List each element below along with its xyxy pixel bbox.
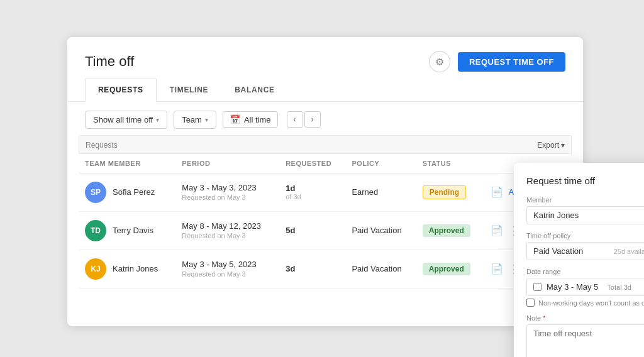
member-name: Terry Davis bbox=[113, 226, 153, 235]
policy-field-group: Time off policy Paid Vacation 25d availa… bbox=[526, 232, 644, 260]
document-icon[interactable]: 📄 bbox=[491, 186, 503, 198]
table-section-label: Requests bbox=[86, 141, 118, 150]
period-cell: May 3 - May 5, 2023 Requested on May 3 bbox=[175, 250, 279, 288]
note-textarea[interactable] bbox=[526, 324, 644, 357]
period-sub: Requested on May 3 bbox=[182, 270, 273, 278]
requested-main: 1d bbox=[286, 184, 339, 193]
member-cell: SP Sofia Perez bbox=[79, 173, 175, 211]
chevron-down-icon: ▾ bbox=[205, 116, 208, 123]
policy-select[interactable]: Paid Vacation 25d available ▾ bbox=[526, 242, 644, 260]
gear-button[interactable]: ⚙ bbox=[429, 51, 450, 72]
tab-balance[interactable]: BALANCE bbox=[221, 79, 288, 101]
col-status: STATUS bbox=[416, 154, 485, 173]
request-time-off-button[interactable]: REQUEST TIME OFF bbox=[458, 52, 565, 72]
date-filter-label: All time bbox=[244, 115, 271, 124]
status-cell: Approved bbox=[416, 211, 485, 250]
chevron-down-icon: ▾ bbox=[156, 116, 159, 123]
date-next-button[interactable]: › bbox=[304, 111, 321, 128]
note-label: Note * bbox=[526, 314, 644, 322]
member-label: Member bbox=[526, 196, 644, 204]
period-sub: Requested on May 3 bbox=[182, 194, 273, 201]
nonworking-checkbox-row: Non-working days won't count as days off bbox=[526, 299, 644, 307]
table-section: Requests Export ▾ TEAM MEMBER PERIOD REQ… bbox=[67, 135, 583, 295]
required-indicator: * bbox=[543, 314, 545, 322]
filters-bar: Show all time off ▾ Team ▾ 📅 All time ‹ … bbox=[67, 102, 583, 135]
status-cell: Pending bbox=[416, 173, 485, 211]
member-select[interactable]: Katrin Jones ▾ bbox=[526, 206, 644, 224]
team-filter-button[interactable]: Team ▾ bbox=[174, 111, 216, 129]
policy-cell: Earned bbox=[345, 173, 416, 211]
table-header-bar: Requests Export ▾ bbox=[79, 135, 572, 154]
status-badge: Approved bbox=[423, 224, 470, 237]
period-sub: Requested on May 3 bbox=[182, 232, 273, 239]
requested-cell: 5d bbox=[279, 211, 345, 250]
policy-cell: Paid Vacation bbox=[345, 250, 416, 288]
requested-cell: 1d of 3d bbox=[279, 173, 345, 211]
policy-label: Time off policy bbox=[526, 232, 644, 239]
document-icon[interactable]: 📄 bbox=[491, 224, 503, 236]
date-prev-button[interactable]: ‹ bbox=[287, 111, 303, 128]
member-cell: KJ Katrin Jones bbox=[79, 250, 175, 288]
member-cell: TD Terry Davis bbox=[79, 211, 175, 250]
page-title: Time off bbox=[85, 53, 134, 70]
date-filter: 📅 All time bbox=[223, 111, 278, 128]
table-row: KJ Katrin Jones May 3 - May 5, 2023 Requ… bbox=[79, 250, 572, 288]
period-main: May 8 - May 12, 2023 bbox=[182, 221, 273, 231]
member-name: Sofia Perez bbox=[113, 187, 155, 197]
requested-sub: of 3d bbox=[286, 193, 339, 200]
col-policy: POLICY bbox=[345, 154, 416, 173]
status-badge: Approved bbox=[423, 263, 470, 275]
col-team-member: TEAM MEMBER bbox=[79, 154, 175, 173]
avatar: TD bbox=[85, 220, 106, 241]
period-main: May 3 - May 5, 2023 bbox=[182, 260, 273, 269]
member-value: Katrin Jones bbox=[533, 211, 579, 220]
gear-icon: ⚙ bbox=[435, 56, 444, 68]
date-range-value: May 3 - May 5 bbox=[547, 282, 598, 292]
table-row: TD Terry Davis May 8 - May 12, 2023 Requ… bbox=[79, 211, 572, 250]
export-button[interactable]: Export ▾ bbox=[537, 141, 565, 150]
table-row: SP Sofia Perez May 3 - May 3, 2023 Reque… bbox=[79, 173, 572, 211]
period-cell: May 3 - May 3, 2023 Requested on May 3 bbox=[175, 173, 279, 211]
member-name: Katrin Jones bbox=[113, 264, 158, 273]
team-filter-label: Team bbox=[182, 115, 202, 124]
status-badge: Pending bbox=[423, 185, 466, 199]
status-cell: Approved bbox=[416, 250, 485, 288]
requested-main: 3d bbox=[286, 264, 339, 273]
requested-main: 5d bbox=[286, 226, 339, 235]
date-range-field-group: Date range May 3 - May 5 Total 3d Non-wo… bbox=[526, 268, 644, 307]
nonworking-label: Non-working days won't count as days off bbox=[538, 299, 644, 307]
header-actions: ⚙ REQUEST TIME OFF bbox=[429, 51, 565, 72]
avatar: KJ bbox=[85, 258, 106, 280]
time-filter-button[interactable]: Show all time off ▾ bbox=[85, 111, 167, 129]
tab-requests[interactable]: REQUESTS bbox=[85, 79, 157, 102]
date-range-total: Total 3d bbox=[607, 283, 631, 291]
date-range-input[interactable]: May 3 - May 5 Total 3d bbox=[526, 278, 644, 296]
tab-timeline[interactable]: TIMELINE bbox=[157, 79, 222, 101]
requests-table: TEAM MEMBER PERIOD REQUESTED POLICY STAT… bbox=[79, 154, 572, 288]
nonworking-checkbox[interactable] bbox=[526, 299, 535, 307]
requested-cell: 3d bbox=[279, 250, 345, 288]
tab-bar: REQUESTS TIMELINE BALANCE bbox=[67, 79, 583, 102]
date-range-checkbox[interactable] bbox=[533, 283, 541, 291]
time-filter-label: Show all time off bbox=[93, 115, 153, 124]
date-range-label: Date range bbox=[526, 268, 644, 275]
export-label: Export bbox=[537, 141, 559, 150]
request-time-off-panel: Request time off Member Katrin Jones ▾ T… bbox=[514, 163, 644, 357]
calendar-icon: 📅 bbox=[230, 114, 240, 124]
panel-title: Request time off bbox=[526, 175, 644, 186]
period-main: May 3 - May 3, 2023 bbox=[182, 183, 273, 192]
policy-value: Paid Vacation bbox=[533, 246, 583, 256]
avatar: SP bbox=[85, 182, 106, 203]
document-icon[interactable]: 📄 bbox=[491, 263, 503, 275]
note-field-group: Note * bbox=[526, 314, 644, 357]
date-navigation: ‹ › bbox=[287, 111, 321, 128]
col-period: PERIOD bbox=[175, 154, 279, 173]
chevron-down-icon: ▾ bbox=[561, 141, 565, 150]
col-requested: REQUESTED bbox=[279, 154, 345, 173]
period-cell: May 8 - May 12, 2023 Requested on May 3 bbox=[175, 211, 279, 250]
policy-available: 25d available bbox=[614, 248, 644, 255]
policy-cell: Paid Vacation bbox=[345, 211, 416, 250]
member-field-group: Member Katrin Jones ▾ bbox=[526, 196, 644, 224]
